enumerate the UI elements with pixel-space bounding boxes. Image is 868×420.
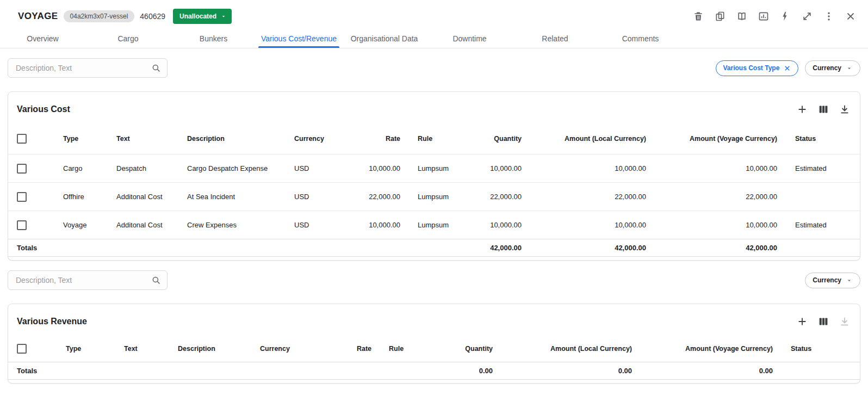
expand-icon[interactable] — [801, 10, 814, 23]
select-all-checkbox[interactable] — [17, 134, 27, 144]
col-text: Text — [124, 345, 178, 353]
cell-currency: USD — [294, 193, 349, 201]
various-cost-type-chip[interactable]: Various Cost Type — [716, 60, 799, 76]
cell-description: Cargo Despatch Expense — [187, 164, 294, 172]
more-vert-icon[interactable] — [822, 10, 835, 23]
tab-overview[interactable]: Overview — [0, 29, 85, 48]
various-revenue-card-header: Various Revenue — [8, 304, 860, 336]
row-checkbox[interactable] — [17, 192, 27, 202]
cell-type: Cargo — [63, 164, 116, 172]
col-type: Type — [66, 345, 124, 353]
tab-organisational-data[interactable]: Organisational Data — [342, 29, 427, 48]
caret-down-icon — [220, 13, 227, 20]
tab-various-cost-revenue[interactable]: Various Cost/Revenue — [256, 29, 342, 48]
cell-text: Additonal Cost — [116, 193, 187, 201]
tab-bar: Overview Cargo Bunkers Various Cost/Reve… — [0, 29, 868, 48]
select-all-checkbox[interactable] — [17, 344, 27, 354]
cell-rate: 10,000.00 — [349, 221, 400, 229]
select-all-cell — [8, 344, 66, 354]
cell-quantity: 10,000.00 — [473, 164, 522, 172]
voyage-number: 460629 — [140, 12, 165, 21]
report-icon[interactable] — [757, 10, 770, 23]
columns-icon[interactable] — [817, 315, 830, 328]
row-checkbox[interactable] — [17, 220, 27, 230]
col-status: Status — [777, 135, 861, 143]
cell-type: Voyage — [63, 221, 116, 229]
col-quantity: Quantity — [473, 135, 522, 143]
cell-currency: USD — [294, 164, 349, 172]
cell-status: Estimated — [777, 164, 861, 172]
cell-rule: Lumpsum — [400, 221, 473, 229]
copy-icon[interactable] — [714, 10, 727, 23]
col-rate: Rate — [349, 135, 400, 143]
col-amount-voyage: Amount (Voyage Currency) — [646, 135, 777, 143]
various-cost-card-header: Various Cost — [8, 92, 860, 123]
various-cost-card: Various Cost Type Text Descri — [8, 91, 860, 261]
plus-icon[interactable] — [796, 315, 809, 328]
tab-comments[interactable]: Comments — [598, 29, 683, 48]
tab-downtime[interactable]: Downtime — [427, 29, 512, 48]
cell-amount-voyage: 22,000.00 — [646, 193, 777, 201]
cell-rate: 22,000.00 — [349, 193, 400, 201]
header-actions — [692, 10, 857, 23]
cost-table-row[interactable]: Cargo Despatch Cargo Despatch Expense US… — [8, 154, 860, 182]
various-revenue-actions — [796, 315, 851, 328]
search-icon[interactable] — [151, 63, 161, 73]
cost-search-box — [8, 58, 168, 78]
currency-filter-chip-label: Currency — [813, 64, 841, 72]
col-amount-local: Amount (Local Currency) — [522, 135, 646, 143]
col-currency: Currency — [294, 135, 349, 143]
currency-filter-chip[interactable]: Currency — [805, 273, 860, 288]
revenue-totals-row: Totals 0.00 0.00 0.00 — [8, 362, 860, 380]
search-icon[interactable] — [151, 275, 161, 285]
tab-related[interactable]: Related — [512, 29, 598, 48]
main-content: Various Cost Type Currency Various Cost — [0, 58, 868, 384]
various-cost-title: Various Cost — [17, 104, 70, 114]
plus-icon[interactable] — [796, 103, 809, 116]
flash-icon[interactable] — [779, 10, 792, 23]
row-checkbox[interactable] — [17, 164, 27, 174]
close-icon[interactable] — [844, 10, 857, 23]
col-rule: Rule — [371, 345, 438, 353]
various-cost-actions — [796, 103, 851, 116]
col-currency: Currency — [260, 345, 314, 353]
window-header: VOYAGE 04a2km3x07-vessel 460629 Unalloca… — [0, 0, 868, 29]
caret-down-icon — [846, 65, 853, 72]
allocation-status-button[interactable]: Unallocated — [173, 9, 232, 24]
col-quantity: Quantity — [438, 345, 493, 353]
cost-table-row[interactable]: Voyage Additonal Cost Crew Expenses USD … — [8, 211, 860, 239]
cell-text: Despatch — [116, 164, 187, 172]
totals-label: Totals — [8, 244, 473, 252]
revenue-filter-chips: Currency — [805, 273, 860, 288]
various-revenue-title: Various Revenue — [17, 317, 87, 326]
revenue-search-input[interactable] — [8, 270, 168, 290]
cell-amount-voyage: 10,000.00 — [646, 164, 777, 172]
cost-table-body: Cargo Despatch Cargo Despatch Expense US… — [8, 154, 860, 239]
various-cost-type-chip-label: Various Cost Type — [723, 64, 780, 72]
vessel-chip: 04a2km3x07-vessel — [64, 10, 135, 22]
download-icon[interactable] — [838, 103, 851, 116]
tab-cargo[interactable]: Cargo — [85, 29, 171, 48]
revenue-table-header-row: Type Text Description Currency Rate Rule… — [8, 336, 860, 362]
chip-close-icon[interactable] — [784, 65, 791, 72]
cell-rule: Lumpsum — [400, 164, 473, 172]
cost-search-input[interactable] — [8, 58, 168, 78]
cell-type: Offhire — [63, 193, 116, 201]
col-type: Type — [63, 135, 116, 143]
col-description: Description — [187, 135, 294, 143]
col-text: Text — [116, 135, 187, 143]
delete-icon[interactable] — [692, 10, 705, 23]
revenue-filter-row: Currency — [8, 270, 860, 290]
cell-amount-local: 22,000.00 — [522, 193, 646, 201]
download-icon — [838, 315, 851, 328]
cost-table-row[interactable]: Offhire Additonal Cost At Sea Incident U… — [8, 182, 860, 211]
currency-filter-chip[interactable]: Currency — [805, 60, 860, 76]
totals-quantity: 42,000.00 — [473, 244, 522, 252]
cost-totals-row: Totals 42,000.00 42,000.00 42,000.00 — [8, 239, 860, 257]
book-icon[interactable] — [735, 10, 748, 23]
columns-icon[interactable] — [817, 103, 830, 116]
tab-bunkers[interactable]: Bunkers — [171, 29, 256, 48]
totals-amount-local: 0.00 — [493, 367, 632, 375]
cell-rate: 10,000.00 — [349, 164, 400, 172]
totals-quantity: 0.00 — [438, 367, 493, 375]
